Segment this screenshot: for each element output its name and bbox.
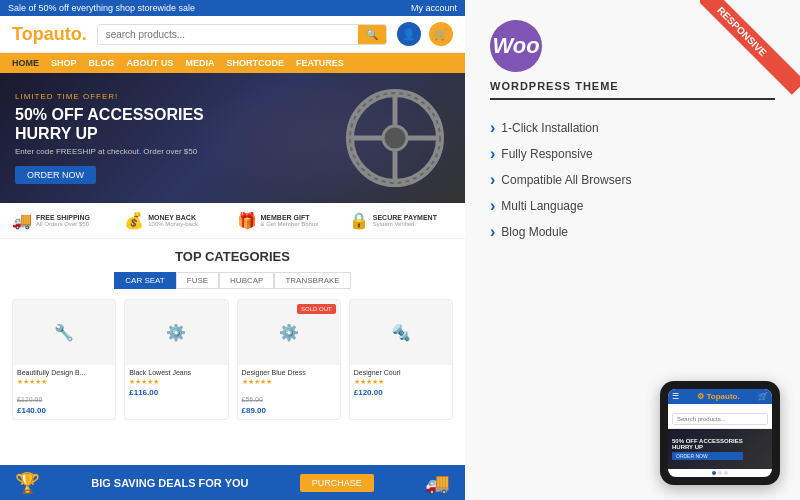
phone-search-input [672, 413, 768, 425]
website-preview: Sale of 50% off everything shop storewid… [0, 0, 465, 500]
shipping-sub: All Orders Over $50 [36, 221, 90, 227]
product-name-4: Designer Courl [354, 369, 448, 376]
steering-wheel-icon [345, 88, 445, 188]
product-img-icon-2: ⚙️ [166, 323, 186, 342]
sale-text: Sale of 50% off everything shop storewid… [8, 3, 195, 13]
product-price-2: £116.00 [129, 388, 223, 397]
promo-icon-right: 🚚 [425, 471, 450, 495]
tab-fuse[interactable]: FUSE [176, 272, 219, 289]
search-input[interactable] [98, 25, 358, 44]
product-img-3: ⚙️ SOLD OUT [238, 300, 340, 365]
category-tabs: CAR SEAT FUSE HUBCAP TRANSBRAKE [12, 272, 453, 289]
product-img-4: 🔩 [350, 300, 452, 365]
header-icons: 👤 🛒 [397, 22, 453, 46]
nav-blog[interactable]: BLOG [89, 58, 115, 68]
money-back-icon: 💰 [124, 211, 144, 230]
nav-media[interactable]: MEDIA [186, 58, 215, 68]
promo-bar: 🏆 BIG SAVING DEALS FOR YOU PURCHASE 🚚 [0, 465, 465, 500]
money-back-title: MONEY BACK [148, 214, 198, 221]
feature-secure-payment: 🔒 SECURE PAYMENT System Verified [349, 211, 453, 230]
product-card-2: ⚙️ Black Lowest Jeans ★★★★★ £116.00 [124, 299, 228, 420]
product-old-price-1: £120.00 [17, 396, 42, 403]
feature-money-back: 💰 MONEY BACK 100% Money-back [124, 211, 228, 230]
account-link[interactable]: My account [411, 3, 457, 13]
phone-hero-btn: ORDER NOW [672, 452, 743, 460]
svg-point-1 [383, 126, 407, 150]
tab-car-seat[interactable]: CAR SEAT [114, 272, 175, 289]
promo-text: BIG SAVING DEALS FOR YOU [91, 477, 248, 489]
tab-hubcap[interactable]: HUBCAP [219, 272, 274, 289]
promo-button[interactable]: PURCHASE [300, 474, 374, 492]
nav-home[interactable]: HOME [12, 58, 39, 68]
hero-title: 50% OFF ACCESSORIESHURRY UP [15, 105, 204, 143]
hero-order-button[interactable]: ORDER NOW [15, 166, 96, 184]
site-header: Topauto. 🔍 👤 🛒 [0, 16, 465, 53]
responsive-badge [700, 0, 800, 100]
feature-member-gift: 🎁 MEMBER GIFT & Get Member Bonus [237, 211, 341, 230]
shipping-title: FREE SHIPPING [36, 214, 90, 221]
user-icon[interactable]: 👤 [397, 22, 421, 46]
search-button[interactable]: 🔍 [358, 25, 386, 44]
phone-dot-3 [724, 471, 728, 475]
product-card-1: 🔧 Beautifully Design B... ★★★★★ £120.00 … [12, 299, 116, 420]
phone-dot-2 [718, 471, 722, 475]
hero-banner: LIMITED TIME OFFER! 50% OFF ACCESSORIESH… [0, 73, 465, 203]
product-rating-1: ★★★★★ [17, 378, 111, 386]
product-img-1: 🔧 [13, 300, 115, 365]
woo-text: Woo [492, 33, 539, 59]
phone-dots [668, 469, 772, 477]
right-panel: Woo WORDPRESS THEME 1-Click Installation… [465, 0, 800, 500]
phone-header: ☰ ⚙ Topauto. 🛒 [668, 389, 772, 404]
nav-about[interactable]: ABOUT US [127, 58, 174, 68]
phone-cart-icon: 🛒 [758, 392, 768, 401]
nav-features[interactable]: FEATURES [296, 58, 344, 68]
product-img-icon-4: 🔩 [391, 323, 411, 342]
sold-out-badge: SOLD OUT [297, 304, 336, 314]
nav-bar: HOME SHOP BLOG ABOUT US MEDIA SHORTCODE … [0, 53, 465, 73]
phone-screen: ☰ ⚙ Topauto. 🛒 50% OFF ACCESSORIESHURRY … [668, 389, 772, 477]
feature-item-2: Fully Responsive [490, 141, 775, 167]
product-price-1: £140.00 [17, 406, 111, 415]
product-img-icon-1: 🔧 [54, 323, 74, 342]
features-bar: 🚚 FREE SHIPPING All Orders Over $50 💰 MO… [0, 203, 465, 239]
features-list: 1-Click Installation Fully Responsive Co… [490, 115, 775, 245]
woo-circle: Woo [490, 20, 542, 72]
secure-title: SECURE PAYMENT [373, 214, 437, 221]
secure-sub: System Verified [373, 221, 437, 227]
product-img-icon-3: ⚙️ [279, 323, 299, 342]
categories-section: TOP CATEGORIES CAR SEAT FUSE HUBCAP TRAN… [0, 239, 465, 430]
product-name-2: Black Lowest Jeans [129, 369, 223, 376]
cart-icon[interactable]: 🛒 [429, 22, 453, 46]
product-card-4: 🔩 Designer Courl ★★★★★ £120.00 [349, 299, 453, 420]
product-img-2: ⚙️ [125, 300, 227, 365]
phone-mockup: ☰ ⚙ Topauto. 🛒 50% OFF ACCESSORIESHURRY … [660, 381, 780, 485]
shipping-icon: 🚚 [12, 211, 32, 230]
feature-shipping: 🚚 FREE SHIPPING All Orders Over $50 [12, 211, 116, 230]
promo-icon: 🏆 [15, 471, 40, 495]
sale-bar: Sale of 50% off everything shop storewid… [0, 0, 465, 16]
gift-icon: 🎁 [237, 211, 257, 230]
product-price-3: £89.00 [242, 406, 336, 415]
product-name-3: Designer Blue Dress [242, 369, 336, 376]
feature-item-4: Multi Language [490, 193, 775, 219]
product-rating-2: ★★★★★ [129, 378, 223, 386]
categories-title: TOP CATEGORIES [12, 249, 453, 264]
hero-subtitle: Enter code FREESHIP at checkout. Order o… [15, 147, 204, 156]
product-rating-4: ★★★★★ [354, 378, 448, 386]
tab-transbrake[interactable]: TRANSBRAKE [274, 272, 350, 289]
feature-item-5: Blog Module [490, 219, 775, 245]
money-back-sub: 100% Money-back [148, 221, 198, 227]
phone-search [668, 404, 772, 429]
gift-title: MEMBER GIFT [261, 214, 319, 221]
feature-item-3: Compatible All Browsers [490, 167, 775, 193]
gift-sub: & Get Member Bonus [261, 221, 319, 227]
product-price-4: £120.00 [354, 388, 448, 397]
search-bar[interactable]: 🔍 [97, 24, 387, 45]
nav-shop[interactable]: SHOP [51, 58, 77, 68]
secure-icon: 🔒 [349, 211, 369, 230]
phone-logo: ⚙ Topauto. [697, 392, 739, 401]
nav-shortcode[interactable]: SHORTCODE [227, 58, 285, 68]
hero-limited-text: LIMITED TIME OFFER! [15, 92, 204, 101]
hero-content: LIMITED TIME OFFER! 50% OFF ACCESSORIESH… [15, 92, 204, 184]
product-rating-3: ★★★★★ [242, 378, 336, 386]
